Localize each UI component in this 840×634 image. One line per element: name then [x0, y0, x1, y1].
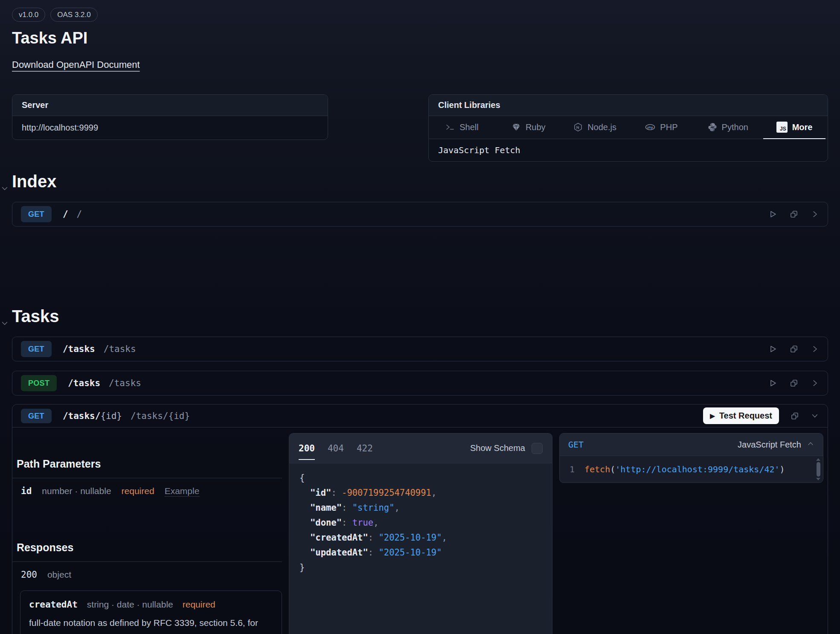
php-icon-text: php [647, 125, 653, 129]
json-line: "done": true, [299, 515, 542, 530]
play-icon: ▶ [710, 413, 715, 419]
endpoint-path: / [63, 209, 68, 219]
endpoint-row-get-tasks[interactable]: GET /tasks /tasks [12, 337, 828, 361]
chevron-up-icon [807, 440, 814, 450]
endpoint-path: /tasks/{id} [63, 411, 122, 421]
php-icon: php [645, 122, 655, 132]
client-library-tab-php[interactable]: php PHP [628, 116, 695, 139]
method-badge-post: POST [21, 375, 57, 391]
client-library-tab-python[interactable]: Python [695, 116, 761, 139]
play-icon[interactable] [768, 344, 777, 354]
method-badge-get: GET [21, 206, 52, 222]
example-link[interactable]: Example [165, 486, 200, 497]
client-library-tab-label: Node.js [587, 122, 616, 132]
test-request-label: Test Request [719, 411, 772, 421]
code-sample-header: GET JavaScript Fetch [560, 433, 823, 456]
endpoint-row-post-tasks[interactable]: POST /tasks /tasks [12, 371, 828, 396]
ruby-gem-icon [512, 122, 521, 132]
copy-icon[interactable] [789, 209, 799, 219]
schema-property-row-createdAt[interactable]: createdAt string · date · nullable requi… [29, 591, 273, 610]
show-schema-toggle[interactable] [532, 443, 543, 454]
expanded-endpoint-header[interactable]: GET /tasks/{id} /tasks/{id} ▶ Test Reque… [12, 404, 828, 428]
javascript-icon: JS [776, 122, 788, 133]
json-line: } [299, 560, 542, 575]
code-sample-panel: GET JavaScript Fetch 1 fetch('http://loc… [559, 433, 823, 483]
chevron-down-icon[interactable] [811, 412, 819, 420]
chevron-down-icon[interactable] [0, 311, 9, 332]
status-type: object [47, 570, 71, 580]
method-badge-get: GET [21, 341, 52, 357]
code-sample-library-select[interactable]: JavaScript Fetch [738, 440, 814, 450]
download-openapi-link[interactable]: Download OpenAPI Document [12, 59, 140, 70]
show-schema-label: Show Schema [470, 443, 525, 453]
section-tasks: Tasks GET /tasks /tasks POST /tasks /tas… [12, 306, 828, 634]
scrollbar-up-arrow[interactable] [816, 458, 820, 461]
example-response-header: 200 404 422 Show Schema [289, 433, 552, 463]
code-sample-library-label: JavaScript Fetch [738, 440, 801, 450]
path-parameter-segment: {id} [100, 411, 122, 421]
section-index: Index GET / / [12, 171, 828, 227]
client-libraries-card: Client Libraries Shell Ruby [428, 94, 828, 162]
page-title: Tasks API [12, 29, 828, 47]
client-library-tab-nodejs[interactable]: Node.js [562, 116, 628, 139]
required-badge: required [183, 599, 215, 610]
test-request-button[interactable]: ▶ Test Request [703, 407, 779, 424]
endpoint-expanded-get-task-by-id: GET /tasks/{id} /tasks/{id} ▶ Test Reque… [12, 404, 828, 634]
python-icon [708, 122, 717, 132]
section-title-text: Index [12, 172, 56, 191]
json-line: "updatedAt": "2025-10-19" [299, 545, 542, 560]
client-library-tab-label: Python [722, 122, 748, 132]
operation-details-column: Path Parameters id number · nullable req… [12, 433, 282, 634]
copy-icon[interactable] [790, 411, 799, 421]
play-icon[interactable] [768, 378, 777, 388]
endpoint-path: /tasks [63, 344, 95, 354]
example-response-panel: 200 404 422 Show Schema { "id": -9007199… [289, 433, 552, 634]
response-tab-422[interactable]: 422 [357, 443, 373, 454]
chevron-right-icon[interactable] [811, 379, 819, 387]
server-card-title: Server [12, 95, 328, 116]
endpoint-row-get-root[interactable]: GET / / [12, 202, 828, 227]
path-parameters-heading: Path Parameters [17, 458, 282, 470]
property-description: full-date notation as defined by RFC 333… [29, 616, 270, 634]
json-line: { [299, 471, 542, 486]
chevron-down-icon[interactable] [0, 177, 9, 197]
copy-icon[interactable] [789, 378, 799, 388]
path-parameter-row-id[interactable]: id number · nullable required Example [12, 478, 282, 504]
chevron-right-icon[interactable] [811, 345, 819, 353]
status-code: 200 [21, 570, 37, 580]
json-line: "id": -9007199254740991, [299, 486, 542, 500]
client-libraries-title: Client Libraries [429, 95, 828, 116]
response-tab-404[interactable]: 404 [328, 443, 344, 454]
client-library-tab-label: PHP [660, 122, 677, 132]
version-badge: v1.0.0 [12, 8, 45, 22]
responses-heading: Responses [17, 541, 282, 554]
json-line: "name": "string", [299, 500, 542, 515]
play-icon[interactable] [768, 209, 777, 219]
endpoint-path-secondary: / [77, 209, 82, 219]
endpoint-path-secondary: /tasks/{id} [131, 411, 190, 421]
endpoint-path-secondary: /tasks [104, 344, 136, 354]
required-badge: required [122, 486, 154, 496]
server-url[interactable]: http://localhost:9999 [12, 116, 328, 140]
section-title-index: Index [12, 171, 828, 192]
client-library-tabs: Shell Ruby Node.js php [429, 116, 828, 139]
client-library-tab-ruby[interactable]: Ruby [495, 116, 562, 139]
method-badge-get: GET [21, 409, 52, 423]
intro-cards: Server http://localhost:9999 Client Libr… [12, 94, 828, 162]
parameter-type: number · nullable [42, 486, 111, 496]
code-line: fetch('http://localhost:9999/tasks/42') [584, 464, 785, 474]
scrollbar-down-arrow[interactable] [816, 478, 820, 480]
oas-badge: OAS 3.2.0 [50, 8, 97, 22]
scrollbar[interactable] [816, 458, 821, 480]
page-header: v1.0.0 OAS 3.2.0 Tasks API Download Open… [12, 0, 828, 70]
response-status-row: 200 object [12, 562, 282, 587]
property-type: string · date · nullable [87, 599, 173, 610]
copy-icon[interactable] [789, 344, 799, 354]
client-library-tab-shell[interactable]: Shell [429, 116, 495, 139]
scrollbar-thumb[interactable] [817, 462, 820, 477]
response-tab-200[interactable]: 200 [299, 443, 315, 454]
code-line-number: 1 [560, 464, 584, 474]
chevron-right-icon[interactable] [811, 210, 819, 218]
client-library-tab-more[interactable]: JS More [761, 116, 828, 139]
endpoint-path-secondary: /tasks [109, 378, 141, 388]
